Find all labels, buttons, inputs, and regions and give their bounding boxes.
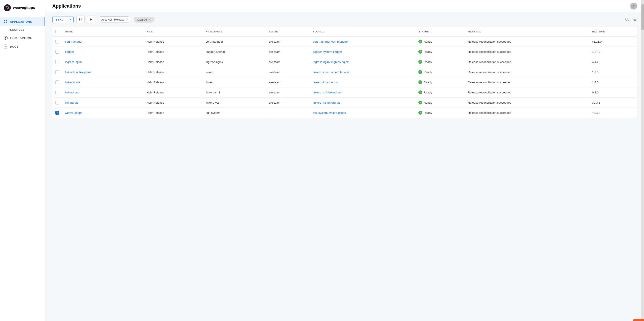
- cell-status: ✓ Ready: [415, 67, 465, 77]
- table-row: ingress-nginxHelmReleaseingress-nginxsre…: [52, 57, 637, 67]
- cell-kind: HelmRelease: [144, 98, 203, 108]
- helm-release-filter-close[interactable]: ✕: [126, 18, 128, 21]
- nav-section: APPLICATIONS SOURCES FLUX RUNTIME DOCS: [0, 16, 45, 53]
- status-label: Ready: [424, 40, 432, 43]
- status-label: Ready: [424, 71, 432, 74]
- status-ready: ✓ Ready: [418, 101, 462, 105]
- cell-tenant: sre-team: [266, 36, 310, 47]
- chevron-down-icon: [69, 18, 71, 21]
- cell-source: cert-manager-cert-manager: [310, 36, 415, 47]
- link-name-linkerd-smi[interactable]: linkerd-smi: [65, 91, 79, 94]
- search-icon: [625, 17, 629, 22]
- link-source-ingress-nginx[interactable]: ingress-nginx-ingress-nginx: [313, 60, 348, 64]
- pause-icon: [79, 18, 82, 21]
- sync-button-group: SYNC: [52, 16, 74, 23]
- status-dot: ✓: [418, 70, 422, 74]
- link-source-linkerd-control-plane[interactable]: linkerd-linkerd-control-plane: [313, 71, 349, 74]
- cell-source: ingress-nginx-ingress-nginx: [310, 57, 415, 67]
- cell-tenant: sre-team: [266, 87, 310, 98]
- row-checkbox-6[interactable]: [55, 101, 59, 105]
- svg-rect-13: [79, 18, 80, 21]
- header-status[interactable]: STATUS ↓: [415, 27, 465, 36]
- logo-text: weavegitops: [13, 6, 35, 10]
- status-dot: ✓: [418, 40, 422, 44]
- link-name-weave-gitops[interactable]: weave-gitops: [65, 111, 82, 114]
- row-checkbox-2[interactable]: [55, 60, 59, 64]
- user-avatar[interactable]: [630, 3, 637, 10]
- cell-revision: 1.27.0: [589, 47, 637, 57]
- cell-message: Release reconciliation succeeded: [465, 87, 589, 98]
- svg-rect-5: [6, 22, 7, 23]
- link-name-linkerd-crds[interactable]: linkerd-crds: [65, 81, 80, 84]
- table-row: flaggerHelmReleaseflagger-systemsre-team…: [52, 47, 637, 57]
- cell-message: Release reconciliation succeeded: [465, 47, 589, 57]
- header-kind: KIND: [144, 27, 203, 36]
- cell-message: Release reconciliation succeeded: [465, 98, 589, 108]
- row-checkbox-1[interactable]: [55, 50, 59, 54]
- sidebar-item-docs[interactable]: DOCS: [0, 42, 45, 51]
- sync-dropdown-button[interactable]: [67, 17, 74, 23]
- cell-source: flagger-system-flagger: [310, 47, 415, 57]
- row-checkbox-0[interactable]: [55, 40, 59, 44]
- clear-all-chip[interactable]: Clear All ✕: [134, 17, 154, 23]
- header-message: MESSAGE: [465, 27, 589, 36]
- filter-button[interactable]: [633, 18, 637, 21]
- status-dot: ✓: [418, 90, 422, 94]
- link-name-linkerd-viz[interactable]: linkerd-viz: [65, 101, 78, 104]
- status-ready: ✓ Ready: [418, 70, 462, 74]
- status-label: Ready: [424, 81, 432, 84]
- cell-namespace: linkerd: [203, 67, 266, 77]
- link-name-ingress-nginx[interactable]: ingress-nginx: [65, 60, 82, 64]
- play-button[interactable]: [87, 16, 95, 23]
- cell-message: Release reconciliation succeeded: [465, 108, 589, 118]
- cell-namespace: flagger-system: [203, 47, 266, 57]
- link-name-linkerd-control-plane[interactable]: linkerd-control-plane: [65, 71, 92, 74]
- grid-icon: [4, 20, 8, 24]
- link-name-cert-manager[interactable]: cert-manager: [65, 40, 82, 43]
- row-checkbox-4[interactable]: [55, 81, 59, 84]
- cell-name: ingress-nginx: [62, 57, 144, 67]
- sync-button[interactable]: SYNC: [52, 17, 67, 23]
- link-source-linkerd-viz[interactable]: linkerd-viz-linkerd-viz: [313, 101, 340, 104]
- page-title: Applications: [52, 3, 81, 9]
- cell-source: linkerd-viz-linkerd-viz: [310, 98, 415, 108]
- cell-revision: 1.4.0: [589, 77, 637, 87]
- table-row: ✓weave-gitopsHelmReleaseflux-system-flux…: [52, 108, 637, 118]
- select-all-checkbox[interactable]: [55, 30, 59, 33]
- sidebar-item-docs-label: DOCS: [10, 45, 18, 48]
- cell-kind: HelmRelease: [144, 77, 203, 87]
- link-source-weave-gitops[interactable]: flux-system-weave-gitops: [313, 111, 346, 114]
- table-row: linkerd-control-planeHelmReleaselinkerds…: [52, 67, 637, 77]
- svg-point-12: [633, 5, 634, 7]
- status-ready: ✓ Ready: [418, 111, 462, 115]
- row-checkbox-5[interactable]: [55, 91, 59, 94]
- header-name: NAME: [62, 27, 144, 36]
- cell-tenant: sre-team: [266, 47, 310, 57]
- link-source-flagger[interactable]: flagger-system-flagger: [313, 50, 342, 54]
- cell-name: flagger: [62, 47, 144, 57]
- sidebar-item-sources[interactable]: SOURCES: [0, 26, 45, 34]
- svg-rect-14: [81, 18, 82, 21]
- pause-button[interactable]: [76, 16, 84, 23]
- sidebar-item-flux-runtime[interactable]: FLUX RUNTIME: [0, 34, 45, 42]
- cell-tenant: sre-team: [266, 57, 310, 67]
- status-dot: ✓: [418, 60, 422, 64]
- table-row: linkerd-vizHelmReleaselinkerd-vizsre-tea…: [52, 98, 637, 108]
- link-source-cert-manager[interactable]: cert-manager-cert-manager: [313, 40, 348, 43]
- link-source-linkerd-crds[interactable]: linkerd-linkerd-crds: [313, 81, 338, 84]
- right-scrollbar[interactable]: [642, 0, 644, 321]
- cell-status: ✓ Ready: [415, 36, 465, 47]
- row-checkbox-3[interactable]: [55, 70, 59, 74]
- top-bar: Applications: [46, 0, 644, 12]
- row-checkbox-7[interactable]: ✓: [55, 111, 59, 115]
- status-label: Ready: [424, 101, 432, 104]
- search-button[interactable]: [625, 17, 629, 22]
- svg-point-15: [626, 18, 628, 20]
- link-source-linkerd-smi[interactable]: linkerd-smi-linkerd-smi: [313, 91, 342, 94]
- cell-revision: v1.11.0: [589, 36, 637, 47]
- table-header: NAME KIND NAMESPACE TENANT SOURCE STATUS…: [52, 27, 637, 36]
- status-ready: ✓ Ready: [418, 60, 462, 64]
- status-label: Ready: [424, 91, 432, 94]
- sidebar-item-applications[interactable]: APPLICATIONS: [0, 17, 45, 26]
- link-name-flagger[interactable]: flagger: [65, 50, 74, 54]
